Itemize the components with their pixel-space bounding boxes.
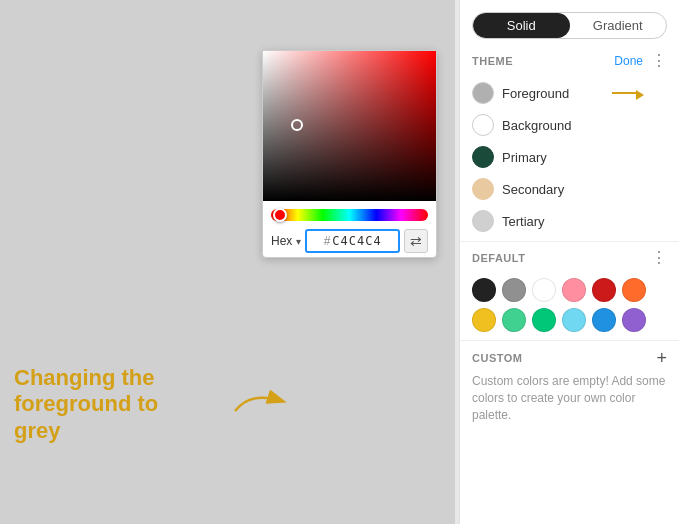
foreground-swatch	[472, 82, 494, 104]
theme-item-background[interactable]: Background	[460, 109, 679, 141]
hex-row: Hex ▾ # C4C4C4 ⇄	[263, 225, 436, 257]
theme-more-icon[interactable]: ⋮	[651, 53, 667, 69]
theme-item-foreground[interactable]: Foreground	[460, 77, 679, 109]
arrow-right-icon	[612, 88, 644, 98]
color-picker-popup: Hex ▾ # C4C4C4 ⇄	[262, 50, 437, 258]
color-picker-cursor	[291, 119, 303, 131]
color-dot-black[interactable]	[472, 278, 496, 302]
theme-item-primary[interactable]: Primary	[460, 141, 679, 173]
theme-section-actions: Done ⋮	[614, 53, 667, 69]
custom-section-label: CUSTOM	[472, 352, 522, 364]
hue-slider[interactable]	[271, 209, 428, 221]
tertiary-swatch	[472, 210, 494, 232]
foreground-label: Foreground	[502, 86, 569, 101]
color-dot-gray[interactable]	[502, 278, 526, 302]
theme-section-label: THEME	[472, 55, 513, 67]
gradient-toggle-button[interactable]: Gradient	[570, 13, 667, 38]
custom-section-header: CUSTOM +	[472, 349, 667, 367]
color-dot-green[interactable]	[532, 308, 556, 332]
custom-empty-text: Custom colors are empty! Add some colors…	[472, 373, 667, 423]
annotation-arrow-icon	[230, 386, 290, 416]
color-dot-mint[interactable]	[502, 308, 526, 332]
swap-icon-button[interactable]: ⇄	[404, 229, 428, 253]
color-gradient-canvas[interactable]	[263, 51, 436, 201]
secondary-swatch	[472, 178, 494, 200]
theme-list: Foreground Background Primary Secondary …	[460, 73, 679, 242]
tertiary-label: Tertiary	[502, 214, 545, 229]
color-dot-purple[interactable]	[622, 308, 646, 332]
hex-dropdown-arrow[interactable]: ▾	[296, 236, 301, 247]
color-dot-red[interactable]	[592, 278, 616, 302]
default-section-header: DEFAULT ⋮	[472, 250, 667, 270]
solid-toggle-button[interactable]: Solid	[473, 13, 570, 38]
color-dot-white[interactable]	[532, 278, 556, 302]
primary-label: Primary	[502, 150, 547, 165]
default-colors-section: DEFAULT ⋮	[460, 246, 679, 336]
hue-slider-row	[263, 201, 436, 225]
theme-item-secondary[interactable]: Secondary	[460, 173, 679, 205]
color-dot-yellow[interactable]	[472, 308, 496, 332]
foreground-arrow-indicator	[612, 88, 644, 98]
hex-hash: #	[324, 234, 331, 248]
fill-type-toggle: Solid Gradient	[472, 12, 667, 39]
theme-item-tertiary[interactable]: Tertiary	[460, 205, 679, 237]
color-dot-pink[interactable]	[562, 278, 586, 302]
secondary-label: Secondary	[502, 182, 564, 197]
hex-input-wrapper[interactable]: # C4C4C4	[305, 229, 400, 253]
primary-swatch	[472, 146, 494, 168]
default-more-icon[interactable]: ⋮	[651, 250, 667, 266]
theme-section-header: THEME Done ⋮	[460, 49, 679, 73]
right-panel: Solid Gradient THEME Done ⋮ Foreground B…	[459, 0, 679, 524]
background-label: Background	[502, 118, 571, 133]
hue-slider-thumb	[273, 208, 287, 222]
color-dot-ltblue[interactable]	[562, 308, 586, 332]
add-custom-color-button[interactable]: +	[656, 349, 667, 367]
default-color-grid	[472, 278, 667, 332]
hex-value: C4C4C4	[332, 234, 381, 248]
hex-label: Hex	[271, 234, 292, 248]
custom-colors-section: CUSTOM + Custom colors are empty! Add so…	[460, 340, 679, 427]
background-swatch	[472, 114, 494, 136]
done-link[interactable]: Done	[614, 54, 643, 68]
color-dot-blue[interactable]	[592, 308, 616, 332]
color-dot-orange[interactable]	[622, 278, 646, 302]
default-section-label: DEFAULT	[472, 252, 525, 264]
